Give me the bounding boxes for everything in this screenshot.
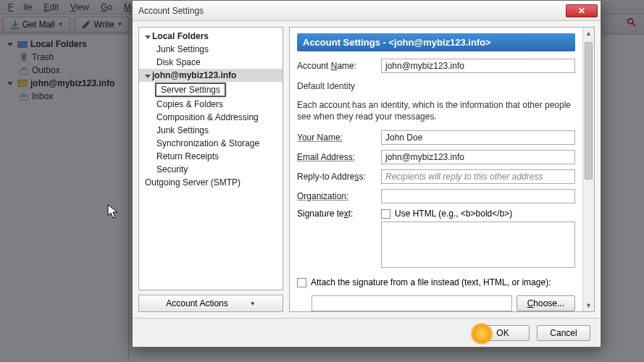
- expand-icon: [145, 35, 151, 39]
- tree-local-folders[interactable]: Local Folders: [139, 30, 283, 43]
- tree-sync-storage[interactable]: Synchronization & Storage: [139, 137, 283, 150]
- organization-label: Organization:: [297, 191, 375, 201]
- account-tree[interactable]: Local Folders Junk Settings Disk Space j…: [138, 27, 283, 290]
- tree-return-receipts[interactable]: Return Receipts: [139, 150, 283, 163]
- tree-disk-space[interactable]: Disk Space: [139, 56, 283, 69]
- highlight-glow-icon: [469, 323, 494, 345]
- use-html-checkbox[interactable]: [381, 209, 390, 219]
- ok-button[interactable]: OK: [476, 325, 530, 341]
- cancel-button[interactable]: Cancel: [537, 325, 590, 341]
- account-settings-dialog: Account Settings ✕ Local Folders Junk Se…: [132, 0, 601, 348]
- scroll-down-icon[interactable]: ▼: [583, 300, 594, 311]
- tree-junk-settings-2[interactable]: Junk Settings: [139, 124, 283, 137]
- account-name-input[interactable]: john@mybiz123.info: [381, 59, 575, 73]
- tree-security[interactable]: Security: [139, 163, 283, 176]
- choose-file-button[interactable]: Choose...: [517, 295, 575, 311]
- expand-icon: [145, 75, 151, 78]
- settings-panel: ▲ ▼ Account Settings - <john@mybiz123.in…: [289, 27, 595, 312]
- signature-text-label: Signature text:: [297, 209, 375, 268]
- email-address-input[interactable]: john@mybiz123.info: [381, 150, 575, 164]
- dialog-footer: OK Cancel: [133, 318, 601, 347]
- identity-description: Each account has an identity, which is t…: [297, 99, 575, 122]
- your-name-input[interactable]: John Doe: [381, 130, 575, 145]
- default-identity-heading: Default Identity: [297, 81, 575, 91]
- your-name-label: Your Name:: [297, 132, 375, 143]
- close-button[interactable]: ✕: [566, 4, 598, 17]
- reply-to-input[interactable]: Recipients will reply to this other addr…: [381, 169, 575, 184]
- close-icon: ✕: [578, 6, 585, 16]
- tree-composition-addressing[interactable]: Composition & Addressing: [139, 111, 283, 124]
- scrollbar[interactable]: ▲ ▼: [582, 28, 594, 311]
- scroll-up-icon[interactable]: ▲: [583, 28, 594, 39]
- panel-banner: Account Settings - <john@mybiz123.info>: [297, 33, 575, 51]
- dropdown-icon: ▼: [250, 300, 256, 307]
- ok-label: OK: [496, 328, 509, 338]
- account-tree-pane: Local Folders Junk Settings Disk Space j…: [138, 27, 283, 312]
- tree-junk-settings[interactable]: Junk Settings: [139, 43, 283, 56]
- account-actions-label: Account Actions: [166, 298, 227, 308]
- signature-textarea[interactable]: [381, 222, 575, 268]
- reply-to-label: Reply-to Address:: [297, 172, 375, 182]
- attach-signature-checkbox[interactable]: [297, 278, 306, 287]
- dialog-title: Account Settings: [138, 6, 204, 16]
- use-html-label: Use HTML (e.g., <b>bold</b>): [395, 209, 512, 219]
- attach-signature-label: Attach the signature from a file instead…: [311, 277, 551, 287]
- account-name-label: Account Name:: [297, 61, 375, 71]
- tree-server-settings[interactable]: Server Settings: [155, 83, 226, 97]
- organization-input[interactable]: [381, 189, 575, 203]
- dialog-titlebar: Account Settings ✕: [133, 1, 601, 21]
- account-actions-button[interactable]: Account Actions ▼: [138, 295, 283, 312]
- tree-account[interactable]: john@mybiz123.info: [139, 69, 283, 82]
- signature-file-input[interactable]: [311, 295, 512, 311]
- tree-outgoing-smtp[interactable]: Outgoing Server (SMTP): [139, 176, 283, 189]
- scroll-thumb[interactable]: [585, 42, 593, 180]
- email-address-label: Email Address:: [297, 152, 375, 162]
- tree-copies-folders[interactable]: Copies & Folders: [139, 98, 283, 111]
